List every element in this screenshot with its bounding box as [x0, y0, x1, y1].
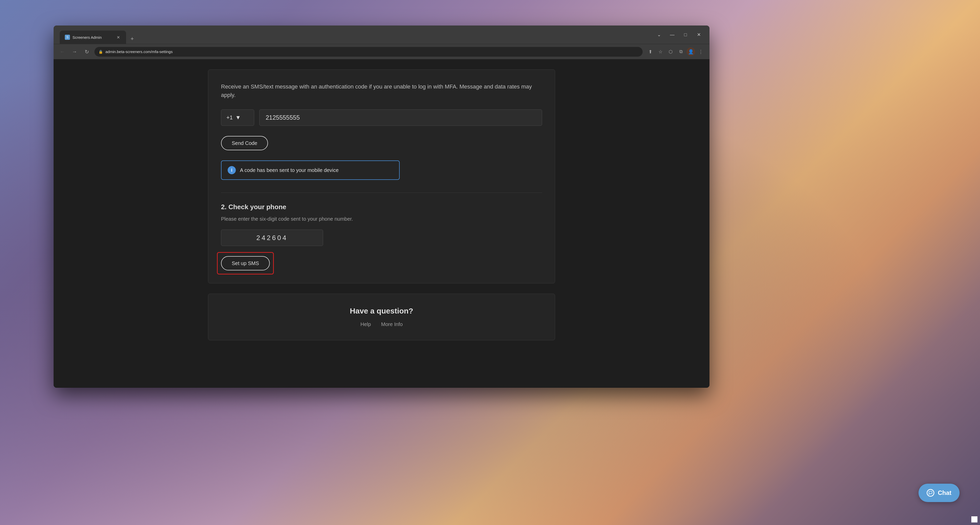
info-alert: i A code has been sent to your mobile de…: [221, 160, 400, 180]
setup-sms-wrapper: Set up SMS: [221, 256, 270, 270]
new-tab-button[interactable]: +: [127, 34, 137, 44]
country-dropdown-chevron: ▼: [235, 114, 241, 121]
close-button[interactable]: ✕: [692, 25, 705, 44]
minimize-button[interactable]: —: [666, 25, 679, 44]
bookmark-icon[interactable]: ☆: [656, 47, 665, 56]
forward-button[interactable]: →: [70, 47, 79, 56]
description-text: Receive an SMS/text message with an auth…: [221, 82, 542, 99]
tab-favicon: S: [65, 35, 70, 40]
toolbar-actions: ⬆ ☆ ⬡ ⧉ 👤 ⋮: [646, 47, 705, 56]
phone-number-input[interactable]: [259, 109, 542, 126]
question-links: Help More Info: [221, 322, 542, 327]
tab-strip: S Screeners Admin ✕ +: [60, 25, 652, 44]
setup-sms-button[interactable]: Set up SMS: [221, 256, 270, 270]
extensions-icon[interactable]: ⬡: [666, 47, 675, 56]
question-title: Have a question?: [221, 307, 542, 315]
help-link[interactable]: Help: [360, 322, 371, 327]
browser-menu-icon[interactable]: ⋮: [696, 47, 705, 56]
address-bar: ← → ↻ 🔒 admin.beta-screeners.com/mfa-set…: [54, 44, 710, 59]
tab-close-button[interactable]: ✕: [115, 35, 121, 40]
chat-button[interactable]: Chat: [918, 484, 959, 502]
lock-icon: 🔒: [99, 50, 103, 54]
title-bar: S Screeners Admin ✕ + ⌄ — □ ✕: [54, 25, 710, 44]
section2-title: 2. Check your phone: [221, 203, 542, 211]
section2-subtitle: Please enter the six-digit code sent to …: [221, 216, 542, 222]
corner-indicator: [971, 516, 977, 522]
back-button[interactable]: ←: [58, 47, 67, 56]
profile-avatar[interactable]: 👤: [687, 48, 695, 56]
maximize-button[interactable]: □: [679, 25, 692, 44]
url-bar[interactable]: 🔒 admin.beta-screeners.com/mfa-settings: [94, 47, 643, 57]
content-wrapper: Receive an SMS/text message with an auth…: [198, 70, 565, 340]
more-info-link[interactable]: More Info: [381, 322, 402, 327]
chat-icon: [927, 489, 934, 497]
split-view-icon[interactable]: ⧉: [676, 47, 686, 56]
phone-input-row: +1 ▼: [221, 109, 542, 126]
refresh-button[interactable]: ↻: [82, 47, 91, 56]
country-code-value: +1: [226, 114, 233, 121]
active-tab[interactable]: S Screeners Admin ✕: [60, 31, 126, 44]
info-icon: i: [228, 166, 236, 174]
page-content: Receive an SMS/text message with an auth…: [54, 59, 710, 388]
main-section-card: Receive an SMS/text message with an auth…: [208, 70, 555, 284]
verification-code-display: 242604: [221, 230, 323, 246]
send-code-button[interactable]: Send Code: [221, 136, 268, 150]
url-text: admin.beta-screeners.com/mfa-settings: [105, 49, 172, 54]
browser-window: S Screeners Admin ✕ + ⌄ — □ ✕ ← → ↻ 🔒 ad…: [54, 25, 710, 388]
chat-label: Chat: [938, 489, 951, 496]
question-card: Have a question? Help More Info: [208, 293, 555, 340]
info-alert-text: A code has been sent to your mobile devi…: [240, 167, 339, 173]
window-actions: ⌄ — □ ✕: [652, 25, 705, 44]
country-code-select[interactable]: +1 ▼: [221, 109, 254, 126]
share-icon[interactable]: ⬆: [646, 47, 655, 56]
tab-search-button[interactable]: ⌄: [652, 25, 666, 44]
tab-title: Screeners Admin: [73, 35, 113, 40]
